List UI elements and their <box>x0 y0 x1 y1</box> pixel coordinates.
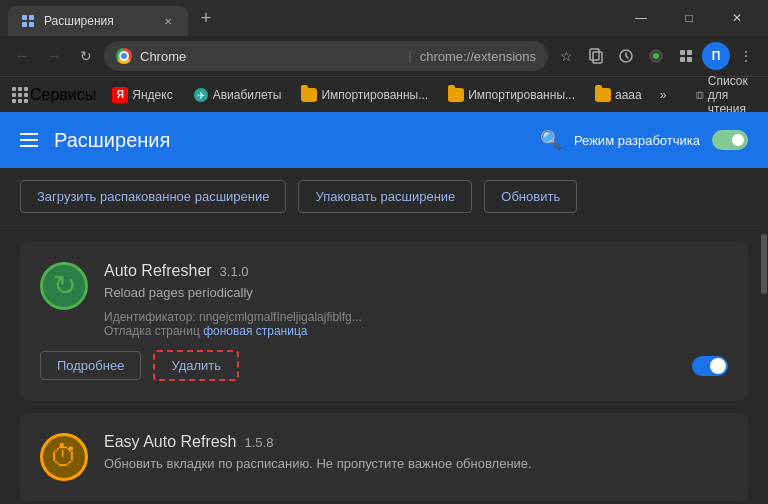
ext-logo-auto-refresher: ↻ <box>40 262 88 310</box>
omnibox-chrome-label: Chrome <box>140 49 401 64</box>
tab-area: Расширения ✕ + <box>0 0 610 36</box>
svg-point-8 <box>653 53 659 59</box>
pack-extension-button[interactable]: Упаковать расширение <box>298 180 472 213</box>
folder-icon-3 <box>595 88 611 102</box>
avia-icon: ✈ <box>193 87 209 103</box>
ext-details-button-1[interactable]: Подробнее <box>40 351 141 380</box>
extensions-header: Расширения 🔍 Режим разработчика <box>0 112 768 168</box>
bookmark-aaaa[interactable]: аааа <box>587 83 650 107</box>
bookmark-folder-2[interactable]: Импортированны... <box>440 83 583 107</box>
svg-rect-16 <box>699 92 704 98</box>
search-button[interactable]: 🔍 <box>540 129 562 151</box>
omnibox-url: chrome://extensions <box>420 49 536 64</box>
omnibox-separator: | <box>409 49 412 63</box>
window-controls: — □ ✕ <box>610 0 768 36</box>
svg-rect-3 <box>29 22 34 27</box>
bookmark-button[interactable]: ☆ <box>552 42 580 70</box>
ext-toggle-1[interactable] <box>692 356 728 376</box>
extensions-list: ↻ Auto Refresher 3.1.0 Reload pages peri… <box>0 226 768 504</box>
shields-button[interactable] <box>642 42 670 70</box>
active-tab[interactable]: Расширения ✕ <box>8 6 188 36</box>
new-tab-button[interactable]: + <box>192 4 220 32</box>
ext-name-row-2: Easy Auto Refresh 1.5.8 <box>104 433 728 451</box>
ext-info-1: Auto Refresher 3.1.0 Reload pages period… <box>104 262 728 338</box>
svg-rect-0 <box>22 15 27 20</box>
forward-button[interactable]: → <box>40 42 68 70</box>
extensions-page-title: Расширения <box>54 129 524 152</box>
action-bar: Загрузить распакованное расширение Упако… <box>0 168 768 226</box>
ext-logo-easy-auto-refresh: ⏱ <box>40 433 88 481</box>
update-button[interactable]: Обновить <box>484 180 577 213</box>
address-bar: ← → ↻ Chrome | chrome://extensions ☆ П ⋮ <box>0 36 768 76</box>
back-button[interactable]: ← <box>8 42 36 70</box>
extension-card-auto-refresher: ↻ Auto Refresher 3.1.0 Reload pages peri… <box>20 242 748 401</box>
load-extension-button[interactable]: Загрузить распакованное расширение <box>20 180 286 213</box>
dev-mode-toggle[interactable] <box>712 130 748 150</box>
maximize-button[interactable]: □ <box>666 3 712 33</box>
clock-icon: ⏱ <box>50 443 78 471</box>
svg-rect-11 <box>680 57 685 62</box>
minimize-button[interactable]: — <box>618 3 664 33</box>
extension-card-easy-auto-refresh: ⏱ Easy Auto Refresh 1.5.8 Обновить вклад… <box>20 413 748 501</box>
bookmark-yandex[interactable]: Я Яндекс <box>104 83 180 107</box>
ext-debug-link-1[interactable]: фоновая страница <box>203 324 307 338</box>
svg-rect-10 <box>687 50 692 55</box>
profile-button[interactable]: П <box>702 42 730 70</box>
reload-button[interactable]: ↻ <box>72 42 100 70</box>
history-button[interactable] <box>612 42 640 70</box>
scrollbar-thumb[interactable] <box>761 234 767 294</box>
bookmarks-bar: Сервисы Я Яндекс ✈ Авиабилеты Импортиров… <box>0 76 768 112</box>
ext-delete-button-1[interactable]: Удалить <box>153 350 239 381</box>
menu-hamburger-button[interactable] <box>20 133 38 147</box>
menu-button[interactable]: ⋮ <box>732 42 760 70</box>
ext-card-top-2: ⏱ Easy Auto Refresh 1.5.8 Обновить вклад… <box>40 433 728 481</box>
ext-desc-1: Reload pages periodically <box>104 284 728 302</box>
bookmark-avia-label: Авиабилеты <box>213 88 282 102</box>
ext-desc-2: Обновить вкладки по расписанию. Не пропу… <box>104 455 728 473</box>
svg-rect-9 <box>680 50 685 55</box>
apps-button[interactable]: Сервисы <box>8 83 100 107</box>
yandex-icon: Я <box>112 87 128 103</box>
reading-list-button[interactable]: Список для чтения <box>688 83 764 107</box>
tab-title: Расширения <box>44 14 152 28</box>
ext-card-bottom-1: Подробнее Удалить <box>40 350 728 381</box>
bookmark-avia[interactable]: ✈ Авиабилеты <box>185 83 290 107</box>
toggle-knob <box>732 134 744 146</box>
ext-version-1: 3.1.0 <box>220 264 249 279</box>
ext-name-row-1: Auto Refresher 3.1.0 <box>104 262 728 280</box>
folder-icon-2 <box>448 88 464 102</box>
address-actions: ☆ П ⋮ <box>552 42 760 70</box>
svg-rect-15 <box>697 92 702 98</box>
bookmark-folder-1[interactable]: Импортированны... <box>293 83 436 107</box>
title-bar: Расширения ✕ + — □ ✕ <box>0 0 768 36</box>
main-content: Расширения 🔍 Режим разработчика Загрузит… <box>0 112 768 504</box>
svg-text:✈: ✈ <box>197 90 205 101</box>
scrollbar-track[interactable] <box>760 224 768 504</box>
apps-label: Сервисы <box>30 86 96 104</box>
ext-toggle-knob-1 <box>710 358 726 374</box>
reading-list-icon <box>696 87 703 103</box>
svg-rect-12 <box>687 57 692 62</box>
tab-close-button[interactable]: ✕ <box>160 13 176 29</box>
dev-mode-label: Режим разработчика <box>574 133 700 148</box>
read-later-button[interactable] <box>582 42 610 70</box>
bookmark-aaaa-label: аааа <box>615 88 642 102</box>
extensions-button[interactable] <box>672 42 700 70</box>
omnibox[interactable]: Chrome | chrome://extensions <box>104 41 548 71</box>
svg-rect-1 <box>29 15 34 20</box>
ext-card-top-1: ↻ Auto Refresher 3.1.0 Reload pages peri… <box>40 262 728 338</box>
ext-version-2: 1.5.8 <box>245 435 274 450</box>
close-button[interactable]: ✕ <box>714 3 760 33</box>
ext-name-1: Auto Refresher <box>104 262 212 280</box>
reading-list-label: Список для чтения <box>708 74 757 116</box>
ext-info-2: Easy Auto Refresh 1.5.8 Обновить вкладки… <box>104 433 728 473</box>
ext-id-text-1: Идентификатор: nngejcmlgmalfIneljigalajf… <box>104 310 728 324</box>
tab-favicon <box>20 13 36 29</box>
svg-rect-5 <box>593 52 602 63</box>
svg-rect-4 <box>590 49 599 60</box>
ext-debug-text-1: Отладка страниц фоновая страница <box>104 324 728 338</box>
site-favicon <box>116 48 132 64</box>
refresh-icon: ↻ <box>53 272 76 300</box>
apps-icon <box>12 87 28 103</box>
bookmarks-more-button[interactable]: » <box>654 83 673 107</box>
